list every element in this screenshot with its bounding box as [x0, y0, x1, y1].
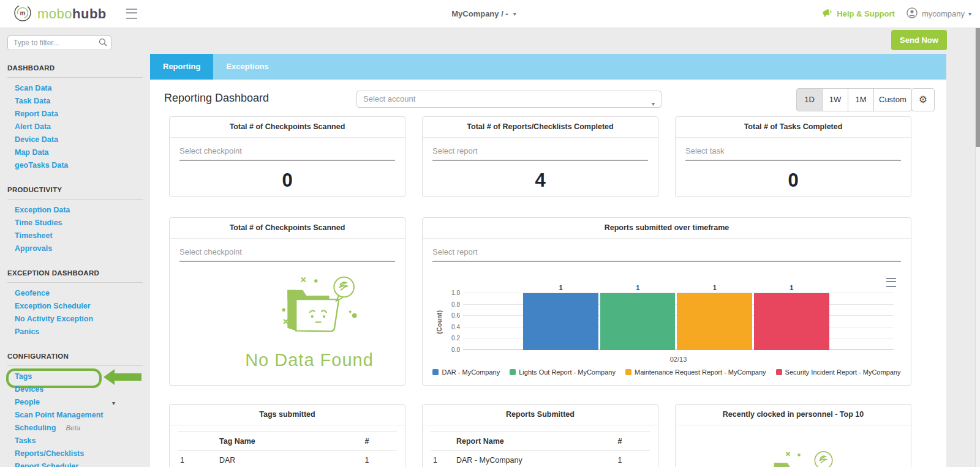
card-body: Select checkpoint0 — [170, 138, 405, 196]
account-select-placeholder: Select account — [363, 94, 415, 103]
search-icon[interactable] — [99, 38, 107, 49]
legend-item-security-incident-report-mycompany[interactable]: Security Incident Report - MyCompany — [776, 368, 901, 376]
sidebar-item-report-scheduler[interactable]: Report Scheduler — [0, 460, 150, 467]
range-button-1w[interactable]: 1W — [823, 88, 848, 111]
sidebar-item-exception-data[interactable]: Exception Data — [0, 204, 150, 217]
no-data-text: No Data Found — [224, 350, 395, 370]
scrollbar-thumb[interactable] — [976, 28, 980, 147]
bar-lights-out-report-mycompany[interactable]: 1 — [600, 293, 676, 350]
sidebar-item-label: Exception Scheduler — [15, 302, 91, 310]
sidebar-item-devices[interactable]: Devices — [0, 383, 150, 396]
app-window: m mobohubb MyCompany / - ▾ Help & Suppor… — [0, 0, 980, 467]
legend-swatch — [432, 369, 439, 375]
account-select[interactable]: Select account ▾ — [356, 91, 662, 108]
arrow-shaft — [115, 373, 141, 381]
card-title: Tags submitted — [170, 405, 405, 425]
sidebar-item-label: People — [15, 398, 40, 406]
bar-value-label: 1 — [677, 284, 752, 291]
row-count: 1 — [590, 451, 650, 467]
table-row: 1DAR1 — [178, 451, 397, 467]
legend-item-dar-mycompany[interactable]: DAR - MyCompany — [432, 368, 500, 376]
sidebar-item-people[interactable]: People▾ — [0, 396, 150, 409]
account-menu[interactable]: mycompany ▾ — [922, 9, 971, 18]
y-axis-tick-label: 1.0 — [443, 290, 460, 296]
sidebar-item-tasks[interactable]: Tasks — [0, 435, 150, 447]
sidebar-section: DASHBOARDScan DataTask DataReport DataAl… — [0, 64, 150, 172]
checkpoint-select[interactable]: Select checkpoint — [179, 247, 395, 262]
sidebar-item-map-data[interactable]: Map Data — [0, 146, 150, 159]
sidebar: DASHBOARDScan DataTask DataReport DataAl… — [0, 28, 150, 467]
stat-value: 0 — [179, 170, 395, 192]
scrollbar-track — [975, 28, 980, 467]
legend-item-maintenance-request-report-mycompany[interactable]: Maintenance Request Report - MyCompany — [625, 368, 766, 376]
row-index: 1 — [178, 451, 217, 467]
sidebar-item-no-activity-exception[interactable]: No Activity Exception — [0, 313, 150, 326]
sidebar-section-title: DASHBOARD — [0, 64, 150, 72]
stat-cards-row: Total # of Checkpoints ScannedSelect che… — [169, 116, 911, 197]
chart-context-menu-icon[interactable] — [886, 278, 896, 287]
chevron-down-icon: ▾ — [968, 10, 971, 17]
sidebar-item-device-data[interactable]: Device Data — [0, 133, 150, 146]
help-support-link[interactable]: Help & Support — [837, 9, 895, 18]
range-button-custom[interactable]: Custom — [874, 88, 912, 111]
send-now-button[interactable]: Send Now — [891, 30, 947, 50]
chevron-down-icon[interactable]: ▾ — [112, 398, 115, 408]
select-checkpoint[interactable]: Select checkpoint — [179, 146, 395, 161]
card-title: Reports submitted over timeframe — [423, 218, 911, 239]
bar-dar-mycompany[interactable]: 1 — [523, 293, 598, 350]
sidebar-item-scheduling[interactable]: SchedulingBeta — [0, 422, 150, 435]
legend-swatch — [776, 369, 782, 375]
y-axis-tick-label: 0.2 — [443, 335, 460, 342]
card-body: Report Name#1DAR - MyCompany1 — [423, 425, 658, 467]
logo[interactable]: m mobohubb — [0, 4, 107, 24]
select-report[interactable]: Select report — [432, 146, 648, 161]
sidebar-item-geofence[interactable]: Geofence — [0, 287, 150, 300]
sidebar-item-timesheet[interactable]: Timesheet — [0, 230, 150, 242]
sidebar-item-panics[interactable]: Panics — [0, 326, 150, 338]
sidebar-section: EXCEPTION DASHBOARDGeofenceException Sch… — [0, 269, 150, 338]
bar-security-incident-report-mycompany[interactable]: 1 — [754, 293, 829, 350]
no-data-illustration: No Data Found — [179, 268, 395, 370]
sidebar-item-label: Tasks — [15, 436, 36, 445]
chevron-down-icon: ▾ — [652, 96, 655, 112]
sidebar-item-alert-data[interactable]: Alert Data — [0, 121, 150, 133]
table-name-header: Tag Name — [217, 432, 337, 451]
x-axis-tick-label: 02/13 — [463, 356, 894, 363]
sidebar-item-geotasks-data[interactable]: geoTasks Data — [0, 159, 150, 172]
bottom-row: Tags submitted Tag Name#1DAR1 Reports Su… — [169, 404, 911, 467]
select-task[interactable]: Select task — [685, 146, 901, 161]
settings-button[interactable]: ⚙ — [911, 88, 935, 111]
y-axis-tick-label: 0.4 — [443, 324, 460, 331]
range-button-1d[interactable]: 1D — [796, 88, 823, 111]
company-selector[interactable]: MyCompany / - ▾ — [451, 9, 516, 18]
tab-exceptions[interactable]: Exceptions — [213, 54, 281, 80]
range-button-1m[interactable]: 1M — [848, 88, 874, 111]
menu-toggle-icon[interactable] — [126, 9, 137, 19]
sidebar-item-reports-checklists[interactable]: Reports/Checklists — [0, 447, 150, 460]
sidebar-item-scan-point-management[interactable]: Scan Point Management — [0, 409, 150, 422]
row-name: DAR — [217, 451, 337, 467]
sidebar-filter-input[interactable] — [7, 35, 111, 50]
card-title: Total # of Checkpoints Scanned — [170, 218, 405, 239]
logo-text-mobo: mobo — [37, 6, 72, 21]
tab-reporting[interactable]: Reporting — [150, 54, 213, 80]
legend-item-lights-out-report-mycompany[interactable]: Lights Out Report - MyCompany — [510, 368, 616, 376]
sidebar-item-exception-scheduler[interactable]: Exception Scheduler — [0, 300, 150, 313]
card-title: Total # of Checkpoints Scanned — [170, 117, 405, 138]
row-index: 1 — [431, 451, 454, 467]
user-icon — [907, 7, 918, 21]
sidebar-item-scan-data[interactable]: Scan Data — [0, 82, 150, 95]
sidebar-item-tags[interactable]: Tags — [0, 370, 150, 383]
report-select[interactable]: Select report — [432, 247, 901, 262]
sidebar-item-approvals[interactable]: Approvals — [0, 242, 150, 255]
table-name-header: Report Name — [454, 432, 590, 451]
table-header-row: Report Name# — [431, 432, 650, 451]
beta-badge: Beta — [66, 424, 80, 432]
sidebar-item-time-studies[interactable]: Time Studies — [0, 217, 150, 230]
sidebar-item-report-data[interactable]: Report Data — [0, 108, 150, 121]
sidebar-item-task-data[interactable]: Task Data — [0, 95, 150, 108]
sidebar-item-label: Timesheet — [15, 231, 53, 240]
bar-maintenance-request-report-mycompany[interactable]: 1 — [677, 293, 752, 350]
sidebar-item-label: Map Data — [15, 148, 49, 157]
sidebar-item-label: Alert Data — [15, 122, 51, 131]
